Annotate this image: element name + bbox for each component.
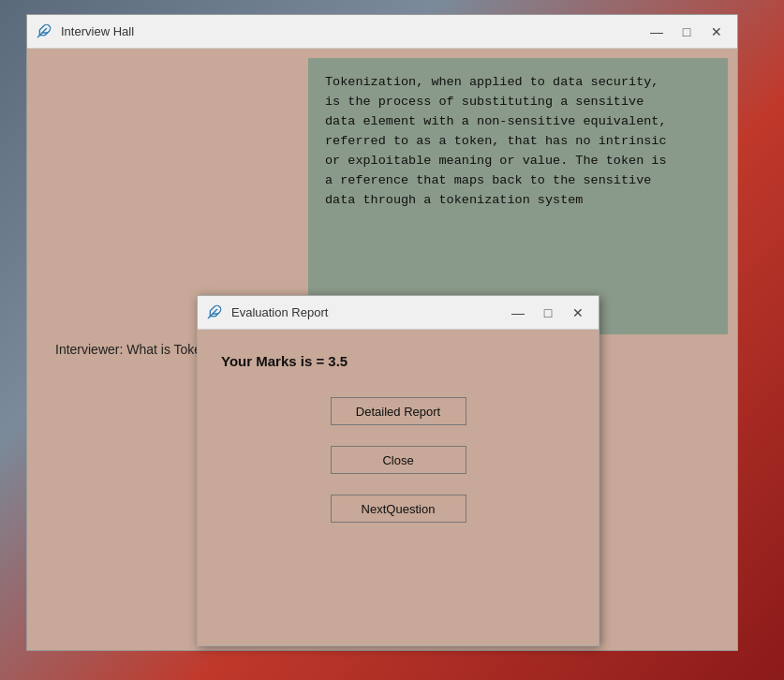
eval-body: Your Marks is = 3.5 Detailed Report Clos… <box>198 330 599 645</box>
main-close-button[interactable]: ✕ <box>705 22 728 41</box>
eval-maximize-button[interactable]: □ <box>537 303 559 322</box>
eval-window-title: Evaluation Report <box>231 305 507 319</box>
evaluation-window: Evaluation Report — □ ✕ Your Marks is = … <box>197 295 599 646</box>
next-question-button[interactable]: NextQuestion <box>331 495 466 523</box>
marks-display: Your Marks is = 3.5 <box>221 353 348 369</box>
main-title-bar: Interview Hall — □ ✕ <box>27 15 737 49</box>
eval-window-controls: — □ ✕ <box>507 303 589 322</box>
main-window-icon <box>37 23 53 40</box>
close-eval-button[interactable]: Close <box>331 446 466 474</box>
eval-minimize-button[interactable]: — <box>507 303 529 322</box>
detailed-report-button[interactable]: Detailed Report <box>331 397 466 425</box>
main-window-title: Interview Hall <box>61 24 645 38</box>
main-minimize-button[interactable]: — <box>645 22 668 41</box>
eval-window-icon <box>207 304 224 321</box>
main-window-controls: — □ ✕ <box>645 22 728 41</box>
eval-title-bar: Evaluation Report — □ ✕ <box>198 296 599 330</box>
answer-text-box: Tokenization, when applied to data secur… <box>308 58 728 334</box>
eval-close-button[interactable]: ✕ <box>567 303 589 322</box>
main-maximize-button[interactable]: □ <box>675 22 698 41</box>
